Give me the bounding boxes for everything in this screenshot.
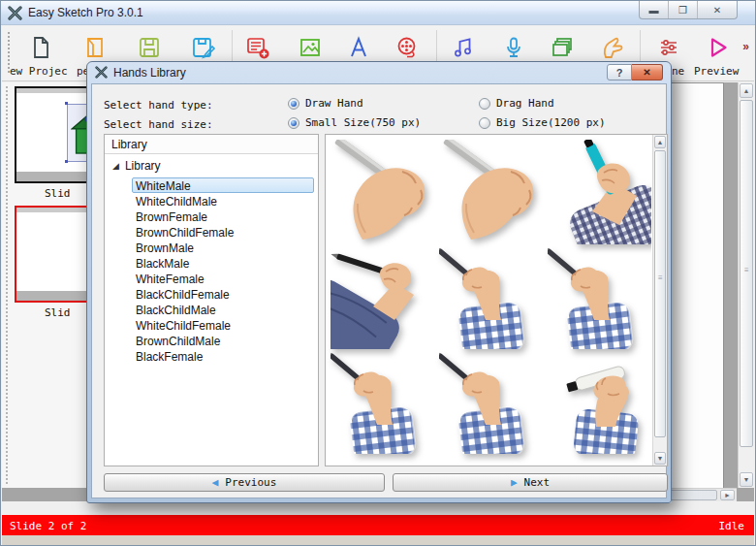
next-button[interactable]: ▶ Next	[393, 473, 668, 492]
statusbar-slide-indicator: Slide 2 of 2	[10, 520, 86, 532]
library-item-BrownMale[interactable]: BrownMale	[132, 240, 314, 255]
window-controls: ▬ ❐ ✕	[639, 1, 738, 19]
library-panel: Library ◢ Library WhiteMaleWhiteChildMal…	[104, 134, 319, 466]
library-panel-header: Library	[105, 135, 318, 154]
selection-handle[interactable]	[65, 102, 68, 105]
scroll-up-button[interactable]: ▲	[654, 136, 666, 148]
hand-thumbnail-8-plaid-pinch[interactable]	[439, 349, 548, 454]
settings-button[interactable]	[647, 31, 690, 64]
settings-icon	[656, 35, 681, 60]
record-audio-icon	[501, 35, 526, 60]
restore-button[interactable]: ❐	[669, 1, 698, 19]
add-slide-icon	[245, 35, 270, 60]
radio-icon	[288, 98, 299, 110]
dialog-logo-icon	[95, 66, 108, 79]
save-button[interactable]	[128, 31, 171, 64]
hand-thumbnail-3-checker-marker[interactable]	[548, 140, 651, 244]
library-item-BlackFemale[interactable]: BlackFemale	[132, 348, 314, 364]
radio-draw-hand[interactable]: Draw Hand	[288, 97, 363, 110]
draw-hand-icon	[598, 35, 623, 60]
slides-panel-grip[interactable]	[6, 86, 9, 484]
scroll-up-button[interactable]: ▲	[740, 83, 753, 98]
dialog-close-button[interactable]: ✕	[632, 64, 663, 80]
minimize-button[interactable]: ▬	[640, 1, 669, 19]
library-tree-root[interactable]: ◢ Library	[112, 159, 161, 173]
insert-image-icon	[298, 35, 323, 60]
hand-thumbnail-11-knuckles[interactable]	[439, 454, 548, 465]
scroll-down-button[interactable]: ▼	[654, 452, 666, 465]
insert-video-button[interactable]	[386, 31, 428, 64]
titlebar: Easy Sketch Pro 3.0.1 ▬ ❐ ✕	[1, 1, 755, 25]
scenes-button[interactable]	[541, 31, 583, 64]
scroll-down-button[interactable]: ▼	[740, 472, 753, 487]
radio-small-size[interactable]: Small Size(750 px)	[288, 116, 421, 129]
hand-thumbnail-5-plaid-pinch[interactable]	[439, 244, 548, 349]
radio-icon	[288, 117, 299, 129]
hand-thumbnail-2-fist[interactable]	[439, 140, 548, 244]
library-item-WhiteFemale[interactable]: WhiteFemale	[132, 271, 314, 286]
library-item-WhiteChildMale[interactable]: WhiteChildMale	[132, 193, 314, 209]
hands-scrollbar[interactable]: ▲ ≡ ▼	[652, 135, 667, 466]
app-window: Easy Sketch Pro 3.0.1 ▬ ❐ ✕	[0, 0, 756, 546]
hand-size-label: Select hand size:	[104, 118, 213, 131]
next-arrow-icon: ▶	[511, 477, 518, 488]
hand-thumbnail-10-knuckles[interactable]	[331, 454, 439, 465]
window-bottom-edge	[2, 535, 754, 545]
scroll-grip: ≡	[658, 275, 663, 281]
hand-thumbnail-12-knuckles-marker[interactable]	[548, 454, 651, 465]
library-item-WhiteChildFemale[interactable]: WhiteChildFemale	[132, 317, 314, 333]
radio-icon	[479, 117, 490, 129]
toolbar-label-new-project: ew Projec	[10, 65, 68, 78]
selection-handle[interactable]	[65, 160, 68, 163]
toolbar-label-preview: Preview	[694, 65, 739, 78]
draw-hand-button[interactable]	[589, 31, 632, 64]
previous-button[interactable]: ◀ Previous	[104, 473, 385, 492]
statusbar: Slide 2 of 2 Idle	[2, 515, 754, 535]
close-button[interactable]: ✕	[698, 1, 737, 19]
statusbar-state: Idle	[719, 520, 745, 532]
open-project-button[interactable]	[74, 31, 116, 64]
dialog-body: Select hand type: Draw Hand Drag Hand Se…	[91, 83, 667, 498]
save-as-button[interactable]	[182, 31, 225, 64]
insert-text-button[interactable]	[337, 31, 380, 64]
open-project-icon	[82, 35, 108, 60]
insert-text-icon	[346, 35, 371, 60]
radio-big-size[interactable]: Big Size(1200 px)	[479, 116, 606, 129]
dialog-help-button[interactable]: ?	[607, 64, 632, 80]
expand-triangle-icon[interactable]: ◢	[112, 161, 119, 171]
library-item-BlackChildFemale[interactable]: BlackChildFemale	[132, 286, 314, 302]
record-audio-button[interactable]	[492, 31, 535, 64]
hand-thumbnail-6-plaid-pinch[interactable]	[548, 244, 651, 349]
hand-thumbnail-9-plaid-marker[interactable]	[548, 349, 651, 454]
toolbar-overflow-chevron[interactable]: »	[742, 40, 749, 53]
scroll-thumb[interactable]: ≡	[654, 150, 666, 437]
hands-panel: ▲ ≡ ▼	[325, 134, 668, 466]
toolbar-label-settings: ne	[672, 65, 684, 78]
window-title: Easy Sketch Pro 3.0.1	[28, 6, 143, 19]
library-item-BrownChildMale[interactable]: BrownChildMale	[132, 333, 314, 348]
insert-image-button[interactable]	[289, 31, 331, 64]
library-item-BlackChildMale[interactable]: BlackChildMale	[132, 302, 314, 317]
new-project-button[interactable]	[19, 31, 62, 64]
preview-icon	[705, 35, 730, 60]
library-item-BrownChildFemale[interactable]: BrownChildFemale	[132, 224, 314, 240]
library-item-WhiteMale[interactable]: WhiteMale	[132, 177, 314, 193]
scroll-right-button[interactable]: ►	[720, 490, 735, 500]
library-tree: ◢ Library WhiteMaleWhiteChildMaleBrownFe…	[105, 155, 318, 466]
hand-thumbnail-4-denim-pen[interactable]	[331, 244, 439, 349]
hand-thumbnail-1-fist[interactable]	[331, 140, 439, 244]
library-item-BlackMale[interactable]: BlackMale	[132, 255, 314, 271]
preview-button[interactable]	[696, 31, 739, 64]
library-item-BrownFemale[interactable]: BrownFemale	[132, 209, 314, 224]
dialog-titlebar[interactable]: Hands Library ? ✕	[87, 62, 671, 83]
hands-grid	[327, 136, 651, 465]
dialog-title: Hands Library	[113, 66, 186, 80]
hand-thumbnail-7-plaid-pinch[interactable]	[331, 349, 439, 454]
scenes-icon	[550, 35, 575, 60]
add-slide-button[interactable]	[236, 31, 279, 64]
scroll-thumb[interactable]: ≡	[740, 100, 753, 447]
insert-music-button[interactable]	[442, 31, 485, 64]
canvas-vertical-scrollbar[interactable]: ▲ ≡ ▼	[738, 82, 754, 488]
library-tree-items: WhiteMaleWhiteChildMaleBrownFemaleBrownC…	[132, 177, 314, 364]
radio-drag-hand[interactable]: Drag Hand	[479, 97, 554, 110]
